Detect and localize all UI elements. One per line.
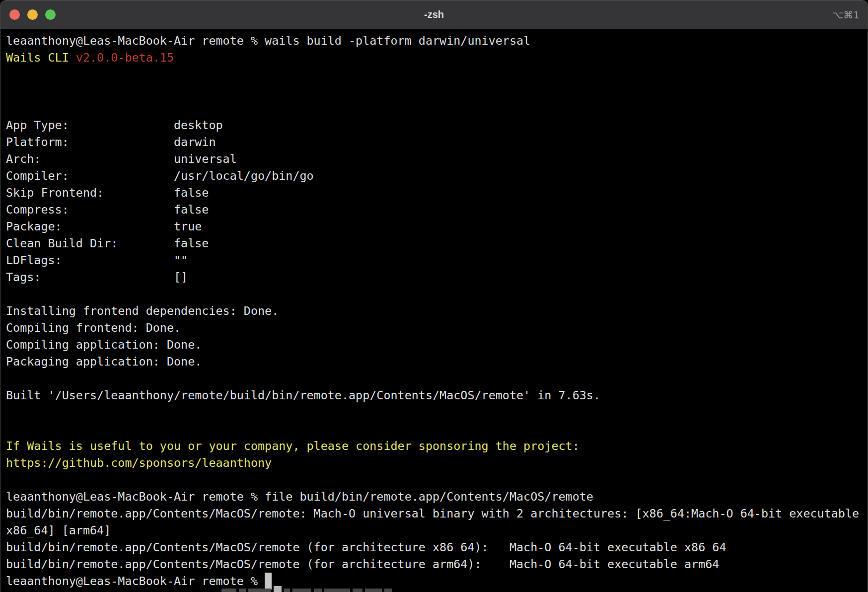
window-title: -zsh: [0, 9, 868, 20]
terminal-line: Clean Build Dir: false: [6, 235, 862, 252]
terminal-line: Packaging application: Done.: [6, 353, 862, 370]
terminal-line: If Wails is useful to you or your compan…: [6, 438, 862, 454]
terminal-line: leaanthony@Leas-MacBook-Air remote %: [6, 573, 862, 590]
terminal-text: Tags: []: [6, 270, 188, 284]
terminal-line: build/bin/remote.app/Contents/MacOS/remo…: [6, 539, 862, 556]
terminal-line: leaanthony@Leas-MacBook-Air remote % wai…: [6, 32, 862, 49]
window-shortcut-label: ⌥⌘1: [832, 9, 860, 21]
terminal-text: Clean Build Dir: false: [6, 236, 209, 250]
terminal-text: build/bin/remote.app/Contents/MacOS/remo…: [6, 557, 719, 571]
terminal-line: Compiling application: Done.: [6, 336, 862, 353]
terminal-text: Arch: universal: [6, 152, 237, 166]
terminal-line: build/bin/remote.app/Contents/MacOS/remo…: [6, 556, 862, 573]
terminal-line: leaanthony@Leas-MacBook-Air remote % fil…: [6, 488, 862, 505]
terminal-text: v2.0.0-beta.15: [76, 51, 174, 65]
terminal-text: Platform: darwin: [6, 135, 216, 149]
terminal-line: Package: true: [6, 218, 862, 235]
terminal-line: LDFlags: "": [6, 252, 862, 269]
terminal-text: x86_64] [arm64]: [6, 523, 111, 537]
terminal-line: Compiling frontend: Done.: [6, 319, 862, 336]
terminal-text: If Wails is useful to you or your compan…: [6, 439, 579, 453]
terminal-output[interactable]: leaanthony@Leas-MacBook-Air remote % wai…: [0, 29, 868, 590]
traffic-lights: [9, 9, 56, 20]
zoom-button[interactable]: [45, 9, 56, 20]
background-window-artifact: [221, 586, 392, 592]
terminal-line: Built '/Users/leaanthony/remote/build/bi…: [6, 387, 862, 404]
terminal-text: https://github.com/sponsors/leaanthony: [6, 456, 272, 470]
terminal-line: [6, 370, 862, 387]
terminal-line: [6, 100, 862, 117]
terminal-text: Built '/Users/leaanthony/remote/build/bi…: [6, 388, 600, 402]
terminal-line: [6, 83, 862, 100]
terminal-line: Wails CLI v2.0.0-beta.15: [6, 49, 862, 66]
terminal-text: build/bin/remote.app/Contents/MacOS/remo…: [6, 507, 859, 520]
terminal-window: -zsh ⌥⌘1 leaanthony@Leas-MacBook-Air rem…: [0, 0, 868, 592]
terminal-text: Packaging application: Done.: [6, 355, 202, 369]
terminal-text: leaanthony@Leas-MacBook-Air remote % wai…: [6, 34, 530, 48]
terminal-text: Package: true: [6, 220, 202, 233]
terminal-text: build/bin/remote.app/Contents/MacOS/remo…: [6, 540, 726, 554]
terminal-line: Platform: darwin: [6, 134, 862, 150]
terminal-line: Skip Frontend: false: [6, 184, 862, 201]
terminal-line: [6, 286, 862, 302]
terminal-line: [6, 66, 862, 83]
terminal-line: Installing frontend dependencies: Done.: [6, 302, 862, 319]
terminal-text: Installing frontend dependencies: Done.: [6, 304, 279, 318]
terminal-line: Compress: false: [6, 201, 862, 218]
terminal-text: Compiling application: Done.: [6, 338, 202, 352]
terminal-text: Skip Frontend: false: [6, 186, 209, 200]
terminal-line: build/bin/remote.app/Contents/MacOS/remo…: [6, 505, 862, 522]
terminal-line: Compiler: /usr/local/go/bin/go: [6, 167, 862, 184]
terminal-line: Tags: []: [6, 269, 862, 286]
terminal-text: Compress: false: [6, 203, 209, 217]
terminal-text: leaanthony@Leas-MacBook-Air remote % fil…: [6, 490, 593, 504]
terminal-line: [6, 404, 862, 421]
terminal-text: Compiler: /usr/local/go/bin/go: [6, 169, 314, 183]
close-button[interactable]: [9, 9, 20, 20]
titlebar[interactable]: -zsh ⌥⌘1: [0, 0, 868, 29]
terminal-line: [6, 471, 862, 488]
minimize-button[interactable]: [27, 9, 38, 20]
terminal-line: x86_64] [arm64]: [6, 522, 862, 539]
terminal-line: App Type: desktop: [6, 117, 862, 134]
terminal-text: LDFlags: "": [6, 253, 188, 267]
terminal-line: https://github.com/sponsors/leaanthony: [6, 454, 862, 471]
terminal-text: App Type: desktop: [6, 118, 223, 132]
terminal-text: Wails CLI: [6, 51, 76, 65]
terminal-line: Arch: universal: [6, 150, 862, 167]
terminal-line: [6, 421, 862, 438]
terminal-text: Compiling frontend: Done.: [6, 321, 181, 335]
